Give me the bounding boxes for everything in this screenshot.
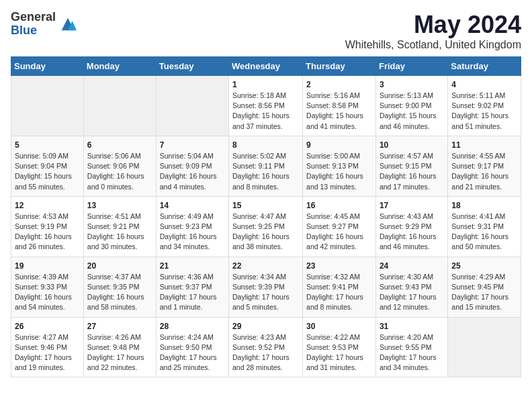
- day-info: Sunrise: 4:49 AM Sunset: 9:23 PM Dayligh…: [160, 212, 225, 253]
- day-info: Sunrise: 4:39 AM Sunset: 9:33 PM Dayligh…: [15, 272, 80, 313]
- day-info: Sunrise: 4:32 AM Sunset: 9:41 PM Dayligh…: [306, 272, 372, 313]
- calendar-cell: [156, 76, 228, 136]
- day-info: Sunrise: 4:29 AM Sunset: 9:45 PM Dayligh…: [451, 272, 517, 313]
- day-info: Sunrise: 5:11 AM Sunset: 9:02 PM Dayligh…: [451, 91, 517, 132]
- day-info: Sunrise: 4:34 AM Sunset: 9:39 PM Dayligh…: [232, 272, 299, 313]
- day-info: Sunrise: 5:04 AM Sunset: 9:09 PM Dayligh…: [160, 151, 225, 192]
- calendar-cell: 5Sunrise: 5:09 AM Sunset: 9:04 PM Daylig…: [11, 136, 84, 196]
- day-number: 20: [87, 261, 152, 271]
- day-info: Sunrise: 4:53 AM Sunset: 9:19 PM Dayligh…: [15, 212, 80, 253]
- weekday-row: Sunday Monday Tuesday Wednesday Thursday…: [11, 57, 521, 76]
- day-number: 22: [232, 261, 299, 271]
- calendar-cell: [448, 317, 521, 377]
- day-info: Sunrise: 4:37 AM Sunset: 9:35 PM Dayligh…: [87, 272, 152, 313]
- week-row-2: 5Sunrise: 5:09 AM Sunset: 9:04 PM Daylig…: [11, 136, 521, 196]
- day-number: 13: [87, 201, 152, 210]
- day-info: Sunrise: 5:16 AM Sunset: 8:58 PM Dayligh…: [306, 91, 372, 132]
- calendar-cell: 24Sunrise: 4:30 AM Sunset: 9:43 PM Dayli…: [375, 257, 447, 317]
- day-number: 7: [160, 140, 225, 150]
- day-number: 9: [306, 140, 372, 150]
- calendar-cell: 20Sunrise: 4:37 AM Sunset: 9:35 PM Dayli…: [83, 257, 156, 317]
- calendar-cell: 13Sunrise: 4:51 AM Sunset: 9:21 PM Dayli…: [83, 196, 156, 257]
- calendar-cell: 29Sunrise: 4:23 AM Sunset: 9:52 PM Dayli…: [229, 317, 303, 377]
- day-info: Sunrise: 4:36 AM Sunset: 9:37 PM Dayligh…: [160, 272, 225, 313]
- calendar-cell: 14Sunrise: 4:49 AM Sunset: 9:23 PM Dayli…: [156, 196, 228, 257]
- calendar-cell: 30Sunrise: 4:22 AM Sunset: 9:53 PM Dayli…: [303, 317, 376, 377]
- calendar-cell: 10Sunrise: 4:57 AM Sunset: 9:15 PM Dayli…: [375, 136, 447, 196]
- week-row-1: 1Sunrise: 5:18 AM Sunset: 8:56 PM Daylig…: [11, 76, 521, 136]
- calendar-cell: [11, 76, 84, 136]
- calendar-cell: 9Sunrise: 5:00 AM Sunset: 9:13 PM Daylig…: [303, 136, 376, 196]
- calendar-cell: 2Sunrise: 5:16 AM Sunset: 8:58 PM Daylig…: [303, 76, 376, 136]
- day-info: Sunrise: 4:24 AM Sunset: 9:50 PM Dayligh…: [160, 332, 225, 373]
- week-row-5: 26Sunrise: 4:27 AM Sunset: 9:46 PM Dayli…: [11, 317, 521, 377]
- calendar-cell: 21Sunrise: 4:36 AM Sunset: 9:37 PM Dayli…: [156, 257, 228, 317]
- calendar-cell: 19Sunrise: 4:39 AM Sunset: 9:33 PM Dayli…: [11, 257, 84, 317]
- calendar-cell: 12Sunrise: 4:53 AM Sunset: 9:19 PM Dayli…: [11, 196, 84, 257]
- calendar-cell: 15Sunrise: 4:47 AM Sunset: 9:25 PM Dayli…: [229, 196, 303, 257]
- day-info: Sunrise: 4:26 AM Sunset: 9:48 PM Dayligh…: [87, 332, 152, 373]
- calendar-cell: 25Sunrise: 4:29 AM Sunset: 9:45 PM Dayli…: [448, 257, 521, 317]
- day-number: 3: [380, 80, 444, 89]
- weekday-wednesday: Wednesday: [229, 57, 303, 76]
- day-info: Sunrise: 4:27 AM Sunset: 9:46 PM Dayligh…: [15, 332, 80, 373]
- day-number: 26: [15, 322, 80, 331]
- day-number: 28: [160, 322, 225, 331]
- calendar-cell: 26Sunrise: 4:27 AM Sunset: 9:46 PM Dayli…: [11, 317, 84, 377]
- day-number: 19: [15, 261, 80, 271]
- calendar-cell: 3Sunrise: 5:13 AM Sunset: 9:00 PM Daylig…: [375, 76, 447, 136]
- day-info: Sunrise: 4:20 AM Sunset: 9:55 PM Dayligh…: [380, 332, 444, 373]
- day-number: 29: [232, 322, 299, 331]
- weekday-saturday: Saturday: [448, 57, 521, 76]
- calendar-cell: 8Sunrise: 5:02 AM Sunset: 9:11 PM Daylig…: [229, 136, 303, 196]
- calendar-cell: 4Sunrise: 5:11 AM Sunset: 9:02 PM Daylig…: [448, 76, 521, 136]
- day-number: 10: [380, 140, 444, 150]
- day-number: 4: [451, 80, 517, 89]
- day-info: Sunrise: 5:13 AM Sunset: 9:00 PM Dayligh…: [380, 91, 444, 132]
- calendar-cell: 11Sunrise: 4:55 AM Sunset: 9:17 PM Dayli…: [448, 136, 521, 196]
- month-title: May 2024: [345, 11, 521, 39]
- calendar-cell: 28Sunrise: 4:24 AM Sunset: 9:50 PM Dayli…: [156, 317, 228, 377]
- day-info: Sunrise: 5:00 AM Sunset: 9:13 PM Dayligh…: [306, 151, 372, 192]
- logo-blue: Blue: [11, 24, 56, 38]
- calendar-body: 1Sunrise: 5:18 AM Sunset: 8:56 PM Daylig…: [11, 76, 521, 377]
- day-number: 14: [160, 201, 225, 210]
- day-number: 16: [306, 201, 372, 210]
- day-info: Sunrise: 4:47 AM Sunset: 9:25 PM Dayligh…: [232, 212, 299, 253]
- day-info: Sunrise: 5:09 AM Sunset: 9:04 PM Dayligh…: [15, 151, 80, 192]
- location: Whitehills, Scotland, United Kingdom: [345, 39, 521, 51]
- day-info: Sunrise: 4:43 AM Sunset: 9:29 PM Dayligh…: [380, 212, 444, 253]
- day-info: Sunrise: 5:02 AM Sunset: 9:11 PM Dayligh…: [232, 151, 299, 192]
- weekday-friday: Friday: [375, 57, 447, 76]
- logo-general: General: [11, 11, 56, 24]
- calendar-cell: 27Sunrise: 4:26 AM Sunset: 9:48 PM Dayli…: [83, 317, 156, 377]
- page-header: General Blue May 2024 Whitehills, Scotla…: [11, 11, 521, 51]
- week-row-3: 12Sunrise: 4:53 AM Sunset: 9:19 PM Dayli…: [11, 196, 521, 257]
- day-number: 1: [232, 80, 299, 89]
- day-number: 15: [232, 201, 299, 210]
- day-number: 2: [306, 80, 372, 89]
- logo: General Blue: [11, 11, 77, 38]
- day-number: 25: [451, 261, 517, 271]
- day-info: Sunrise: 4:51 AM Sunset: 9:21 PM Dayligh…: [87, 212, 152, 253]
- day-info: Sunrise: 4:30 AM Sunset: 9:43 PM Dayligh…: [380, 272, 444, 313]
- day-number: 23: [306, 261, 372, 271]
- day-number: 18: [451, 201, 517, 210]
- day-number: 8: [232, 140, 299, 150]
- day-number: 11: [451, 140, 517, 150]
- day-number: 31: [380, 322, 444, 331]
- calendar-cell: 6Sunrise: 5:06 AM Sunset: 9:06 PM Daylig…: [83, 136, 156, 196]
- weekday-monday: Monday: [83, 57, 156, 76]
- calendar-cell: 7Sunrise: 5:04 AM Sunset: 9:09 PM Daylig…: [156, 136, 228, 196]
- day-number: 30: [306, 322, 372, 331]
- weekday-sunday: Sunday: [11, 57, 84, 76]
- calendar-cell: 22Sunrise: 4:34 AM Sunset: 9:39 PM Dayli…: [229, 257, 303, 317]
- calendar-cell: 17Sunrise: 4:43 AM Sunset: 9:29 PM Dayli…: [375, 196, 447, 257]
- day-number: 24: [380, 261, 444, 271]
- day-number: 21: [160, 261, 225, 271]
- day-info: Sunrise: 4:55 AM Sunset: 9:17 PM Dayligh…: [451, 151, 517, 192]
- calendar-cell: 31Sunrise: 4:20 AM Sunset: 9:55 PM Dayli…: [375, 317, 447, 377]
- day-info: Sunrise: 5:18 AM Sunset: 8:56 PM Dayligh…: [232, 91, 299, 132]
- day-info: Sunrise: 5:06 AM Sunset: 9:06 PM Dayligh…: [87, 151, 152, 192]
- day-number: 6: [87, 140, 152, 150]
